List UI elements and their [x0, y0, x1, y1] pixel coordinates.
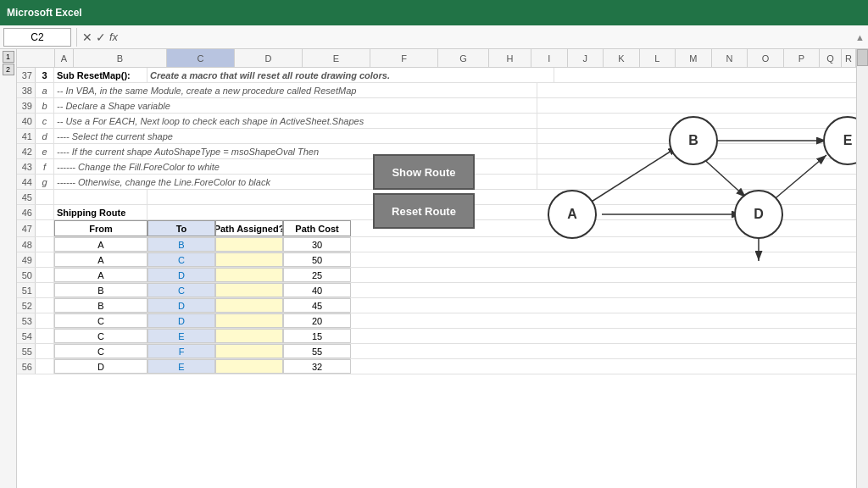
- table-row: 40 c -- Use a For EACH, Next loop to che…: [17, 114, 856, 129]
- col-header-b[interactable]: B: [74, 49, 167, 67]
- cell-e54[interactable]: 15: [283, 329, 351, 343]
- cell-c55[interactable]: F: [147, 344, 215, 358]
- row-number: 48: [17, 237, 36, 252]
- cell-e53[interactable]: 20: [283, 313, 351, 328]
- cell-b56[interactable]: D: [54, 359, 147, 374]
- formula-bar: ✕ ✓ fx ▲: [0, 25, 868, 49]
- cell-c54[interactable]: E: [147, 329, 215, 343]
- function-icon[interactable]: fx: [109, 30, 118, 43]
- cell-c51[interactable]: C: [147, 283, 215, 297]
- cell-c52[interactable]: D: [147, 298, 215, 313]
- cell-b54[interactable]: C: [54, 329, 147, 343]
- cell-b49[interactable]: A: [54, 252, 147, 267]
- cell-c56[interactable]: E: [147, 359, 215, 374]
- cell-b48[interactable]: A: [54, 237, 147, 252]
- cell-a43[interactable]: f: [36, 159, 54, 174]
- scroll-thumb[interactable]: [857, 49, 868, 66]
- cell-a38[interactable]: a: [36, 83, 54, 97]
- corner-cell: [17, 49, 55, 67]
- outline-level-2[interactable]: 2: [3, 64, 14, 75]
- cell-b46[interactable]: Shipping Route: [54, 205, 147, 219]
- col-header-e[interactable]: E: [303, 49, 370, 67]
- col-header-q[interactable]: Q: [820, 49, 842, 67]
- cell-c50[interactable]: D: [147, 268, 215, 282]
- col-header-d[interactable]: D: [235, 49, 303, 67]
- buttons-container: Show Route Reset Route: [373, 154, 475, 229]
- reset-route-button[interactable]: Reset Route: [373, 193, 475, 229]
- cell-a44[interactable]: g: [36, 175, 54, 189]
- formula-icons: ✕ ✓ fx: [82, 30, 118, 44]
- cell-a39[interactable]: b: [36, 98, 54, 113]
- cell-b41[interactable]: ---- Select the current shape: [54, 129, 537, 143]
- cell-b55[interactable]: C: [54, 344, 147, 358]
- col-header-a[interactable]: A: [55, 49, 74, 67]
- confirm-icon[interactable]: ✓: [96, 30, 106, 44]
- scroll-up-icon[interactable]: ▲: [855, 32, 865, 42]
- cell-d48[interactable]: [215, 237, 283, 252]
- col-header-f[interactable]: F: [370, 49, 438, 67]
- cell-c37[interactable]: Create a macro that will reset all route…: [147, 68, 554, 82]
- row-number: 41: [17, 129, 36, 143]
- cell-a42[interactable]: e: [36, 144, 54, 158]
- cell-d53[interactable]: [215, 313, 283, 328]
- table-row: 38 a -- In VBA, in the same Module, crea…: [17, 83, 856, 98]
- formula-input[interactable]: [121, 28, 852, 47]
- col-header-o[interactable]: O: [748, 49, 784, 67]
- col-header-j[interactable]: J: [568, 49, 604, 67]
- col-header-h[interactable]: H: [489, 49, 531, 67]
- cell-d52[interactable]: [215, 298, 283, 313]
- cell-d55[interactable]: [215, 344, 283, 358]
- show-route-button[interactable]: Show Route: [373, 154, 475, 190]
- cell-e50[interactable]: 25: [283, 268, 351, 282]
- vertical-scrollbar[interactable]: [856, 49, 868, 488]
- cell-b50[interactable]: A: [54, 268, 147, 282]
- cell-b47[interactable]: From: [54, 220, 147, 236]
- cell-e49[interactable]: 50: [283, 252, 351, 267]
- cell-e47[interactable]: Path Cost: [283, 220, 351, 236]
- cell-d54[interactable]: [215, 329, 283, 343]
- cell-a46: [36, 205, 54, 219]
- cell-c48[interactable]: B: [147, 237, 215, 252]
- col-header-n[interactable]: N: [712, 49, 748, 67]
- col-header-g[interactable]: G: [438, 49, 489, 67]
- cell-d56[interactable]: [215, 359, 283, 374]
- cell-c49[interactable]: C: [147, 252, 215, 267]
- col-header-m[interactable]: M: [676, 49, 712, 67]
- cell-a53: [36, 313, 54, 328]
- cell-e52[interactable]: 45: [283, 298, 351, 313]
- name-box[interactable]: [3, 28, 71, 47]
- col-header-i[interactable]: I: [531, 49, 568, 67]
- cancel-icon[interactable]: ✕: [82, 30, 92, 44]
- cell-a41[interactable]: d: [36, 129, 54, 143]
- col-header-c[interactable]: C: [167, 49, 235, 67]
- cell-a40[interactable]: c: [36, 114, 54, 128]
- cell-a47: [36, 220, 54, 236]
- cell-e55[interactable]: 55: [283, 344, 351, 358]
- row-number: 38: [17, 83, 36, 97]
- cell-c53[interactable]: D: [147, 313, 215, 328]
- cell-a49: [36, 252, 54, 267]
- cell-b51[interactable]: B: [54, 283, 147, 297]
- cell-b38[interactable]: -- In VBA, in the same Module, create a …: [54, 83, 537, 97]
- cell-b52[interactable]: B: [54, 298, 147, 313]
- cell-b37[interactable]: Sub ResetMap():: [54, 68, 147, 82]
- cell-a52: [36, 298, 54, 313]
- outline-level-1[interactable]: 1: [3, 51, 14, 63]
- cell-e51[interactable]: 40: [283, 283, 351, 297]
- col-header-l[interactable]: L: [640, 49, 676, 67]
- cell-a37[interactable]: 3: [36, 68, 54, 82]
- cell-d51[interactable]: [215, 283, 283, 297]
- col-header-k[interactable]: K: [604, 49, 640, 67]
- cell-b53[interactable]: C: [54, 313, 147, 328]
- cell-b39[interactable]: -- Declare a Shape variable: [54, 98, 537, 113]
- cell-d47[interactable]: Path Assigned?: [215, 220, 283, 236]
- col-header-r[interactable]: R: [842, 49, 856, 67]
- cell-c47[interactable]: To: [147, 220, 215, 236]
- col-header-p[interactable]: P: [784, 49, 821, 67]
- table-row: 48 A B 30: [17, 237, 856, 252]
- cell-e48[interactable]: 30: [283, 237, 351, 252]
- cell-d50[interactable]: [215, 268, 283, 282]
- cell-e56[interactable]: 32: [283, 359, 351, 374]
- cell-b40[interactable]: -- Use a For EACH, Next loop to check ea…: [54, 114, 537, 128]
- cell-d49[interactable]: [215, 252, 283, 267]
